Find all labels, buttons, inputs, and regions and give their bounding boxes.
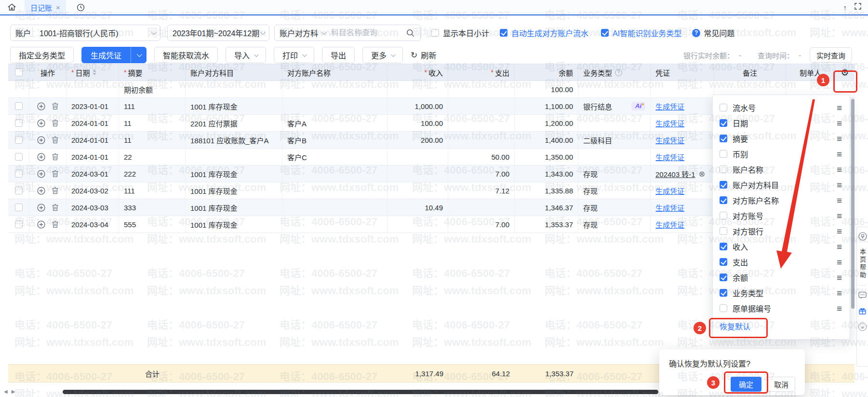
delete-row-icon[interactable]	[52, 119, 59, 127]
ai-recognize-checkbox[interactable]	[601, 29, 609, 37]
collapse-icon[interactable]: »	[858, 323, 867, 331]
assign-biztype-button[interactable]: 指定业务类型	[10, 47, 74, 63]
feedback-icon[interactable]	[858, 291, 867, 301]
gear-icon[interactable]: ⚙	[841, 67, 849, 78]
import-button[interactable]: 导入	[226, 47, 266, 63]
drag-handle-icon[interactable]: ≡	[837, 103, 842, 112]
generate-voucher-button[interactable]: 生成凭证	[81, 47, 147, 63]
cancel-button[interactable]: 取消	[767, 377, 795, 392]
drag-handle-icon[interactable]: ≡	[837, 258, 842, 267]
reset-default-link[interactable]: 恢复默认	[720, 320, 750, 332]
row-checkbox[interactable]	[15, 187, 23, 194]
show-daily-subtotal-checkbox[interactable]	[431, 29, 439, 37]
generate-voucher-dropdown[interactable]	[131, 47, 147, 63]
horizontal-scrollbar[interactable]	[63, 390, 658, 394]
print-button[interactable]: 打印	[274, 47, 314, 63]
page-help-label[interactable]: 本页帮助	[858, 248, 867, 279]
voucher-number-link[interactable]: 202403 转-1	[655, 169, 695, 179]
period-select[interactable]: 2023年01期~2024年12期	[167, 25, 269, 41]
subject-search-input[interactable]	[331, 28, 399, 37]
sort-icon[interactable]	[93, 69, 96, 75]
info-icon[interactable]: ?	[615, 69, 622, 76]
row-checkbox[interactable]	[15, 102, 23, 110]
auto-generate-flow-checkbox[interactable]	[500, 29, 507, 37]
drag-handle-icon[interactable]: ≡	[837, 288, 842, 298]
column-checkbox[interactable]	[720, 150, 727, 158]
generate-voucher-link[interactable]: 生成凭证	[655, 152, 684, 162]
select-all-checkbox[interactable]	[15, 68, 23, 76]
add-row-icon[interactable]	[37, 187, 45, 195]
delete-row-icon[interactable]	[52, 153, 59, 161]
add-row-icon[interactable]	[37, 102, 45, 110]
subject-type-select[interactable]: 账户对方科	[280, 27, 325, 39]
confirm-button[interactable]: 确定	[731, 377, 761, 392]
drag-handle-icon[interactable]: ≡	[837, 150, 842, 159]
gift-icon[interactable]	[858, 307, 867, 317]
home-icon[interactable]	[8, 3, 16, 11]
column-checkbox[interactable]	[720, 119, 727, 127]
drag-handle-icon[interactable]: ≡	[837, 211, 842, 220]
generate-voucher-link[interactable]: 生成凭证	[655, 186, 684, 196]
tab-scroll-arrows[interactable]: ◀▶	[4, 389, 15, 394]
realtime-query-button[interactable]: 实时查询	[810, 47, 852, 63]
add-row-icon[interactable]	[37, 170, 45, 178]
history-icon[interactable]	[77, 3, 85, 12]
row-checkbox[interactable]	[15, 170, 23, 178]
row-checkbox[interactable]	[15, 204, 23, 211]
delete-row-icon[interactable]	[52, 204, 59, 211]
generate-voucher-link[interactable]: 生成凭证	[655, 219, 684, 230]
faq-link[interactable]: ? 常见问题	[692, 27, 734, 39]
column-checkbox[interactable]	[720, 243, 727, 250]
refresh-button[interactable]: ↻ 刷新	[411, 49, 436, 61]
row-checkbox[interactable]	[15, 220, 23, 228]
row-checkbox[interactable]	[15, 119, 23, 127]
generate-voucher-link[interactable]: 生成凭证	[655, 203, 684, 213]
fullscreen-icon[interactable]	[855, 3, 861, 12]
lightbulb-icon[interactable]	[858, 232, 867, 243]
delete-row-icon[interactable]	[52, 170, 59, 178]
column-checkbox[interactable]	[720, 135, 727, 142]
drag-handle-icon[interactable]: ≡	[837, 196, 842, 205]
column-checkbox[interactable]	[720, 104, 727, 111]
generate-voucher-link[interactable]: 生成凭证	[655, 118, 684, 128]
drag-handle-icon[interactable]: ≡	[837, 304, 842, 313]
delete-row-icon[interactable]	[52, 187, 59, 194]
more-button[interactable]: 更多	[362, 47, 403, 63]
column-checkbox[interactable]	[720, 212, 727, 219]
add-row-icon[interactable]	[37, 153, 45, 161]
generate-voucher-link[interactable]: 生成凭证	[655, 101, 684, 111]
search-icon[interactable]	[406, 29, 414, 37]
column-checkbox[interactable]	[720, 181, 727, 189]
column-checkbox[interactable]	[720, 274, 727, 281]
drag-handle-icon[interactable]: ≡	[837, 180, 842, 190]
column-checkbox[interactable]	[720, 258, 727, 266]
add-row-icon[interactable]	[37, 204, 45, 212]
delete-row-icon[interactable]	[52, 220, 59, 228]
smart-fetch-button[interactable]: 智能获取流水	[154, 47, 218, 63]
add-row-icon[interactable]	[37, 136, 45, 144]
row-checkbox[interactable]	[15, 136, 23, 144]
drag-handle-icon[interactable]: ≡	[837, 134, 842, 143]
tab-close-icon[interactable]: ×	[56, 4, 60, 11]
generate-voucher-link[interactable]: 生成凭证	[655, 135, 684, 145]
add-row-icon[interactable]	[37, 220, 45, 229]
account-select[interactable]: 账户 1001-招商银行(人民币)	[10, 25, 160, 41]
drag-handle-icon[interactable]: ≡	[837, 273, 842, 282]
drag-handle-icon[interactable]: ≡	[837, 242, 842, 251]
header-date[interactable]: *日期	[67, 64, 119, 81]
tab-journal[interactable]: 日记账 ×	[25, 0, 66, 14]
export-button[interactable]: 导出	[322, 47, 355, 63]
column-checkbox[interactable]	[720, 196, 727, 204]
drag-handle-icon[interactable]: ≡	[837, 119, 842, 128]
column-checkbox[interactable]	[720, 304, 727, 312]
drag-handle-icon[interactable]: ≡	[837, 227, 842, 236]
column-checkbox[interactable]	[720, 227, 727, 235]
row-checkbox[interactable]	[15, 153, 23, 161]
column-checkbox[interactable]	[720, 165, 727, 173]
column-checkbox[interactable]	[720, 289, 727, 297]
delete-row-icon[interactable]	[52, 102, 59, 110]
delete-row-icon[interactable]	[52, 136, 59, 144]
voucher-delete-icon[interactable]: ⊗	[699, 169, 705, 178]
vertical-scrollbar[interactable]	[851, 99, 855, 309]
drag-handle-icon[interactable]: ≡	[837, 165, 842, 174]
